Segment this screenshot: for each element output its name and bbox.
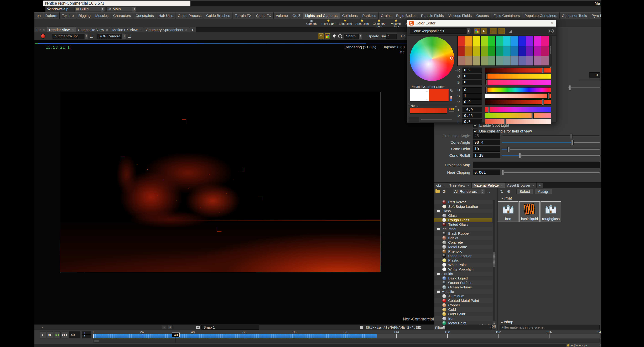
slider-value-field[interactable]: -0.9 xyxy=(462,107,482,112)
tree-item-aluminum[interactable]: Aluminum xyxy=(434,294,492,298)
parameter-slider-fragment[interactable] xyxy=(568,87,600,88)
copy-parameters-icon[interactable]: ❏ xyxy=(128,34,132,39)
frame-bar[interactable] xyxy=(93,333,600,338)
rgb-sliders-button[interactable] xyxy=(490,28,497,34)
tree-item-white-paint[interactable]: White Paint xyxy=(434,263,492,267)
shelf-tab-cloud-fx[interactable]: Cloud FX xyxy=(254,13,274,19)
none-color-bar[interactable] xyxy=(410,108,447,114)
mini-palette-icon[interactable] xyxy=(449,108,454,110)
slider-gradient[interactable] xyxy=(485,107,551,112)
shelf-tab-texture[interactable]: Texture xyxy=(60,13,76,19)
timeline-scrollbar[interactable]: ⋯ xyxy=(93,339,600,342)
slider-handle[interactable] xyxy=(548,93,550,99)
shelf-tab-fluid-containers[interactable]: Fluid Containers xyxy=(491,13,522,19)
color-swatch[interactable] xyxy=(541,46,549,56)
assign-button[interactable]: Assign xyxy=(535,189,552,194)
shelf-tab-hair-utils[interactable]: Hair Utils xyxy=(156,13,176,19)
material-tile-iron[interactable]: iron xyxy=(498,201,518,222)
slider-gradient[interactable] xyxy=(485,74,551,79)
param-value-field[interactable]: 98.4 xyxy=(473,140,500,145)
color-swatch[interactable] xyxy=(526,36,534,46)
shelf-tab-guide-brushes[interactable]: Guide Brushes xyxy=(204,13,232,19)
tree-item-iron[interactable]: Iron xyxy=(434,316,492,321)
scrollbar-grip[interactable]: ⋯ xyxy=(94,340,99,342)
tree-group-glass[interactable]: −Glass xyxy=(434,209,492,213)
color-swatch[interactable] xyxy=(465,56,473,66)
spinner-icon[interactable]: ▲▼ xyxy=(100,7,104,12)
close-icon[interactable]: × xyxy=(72,28,74,32)
color-swatch[interactable] xyxy=(480,36,488,46)
color-swatch[interactable] xyxy=(473,46,480,56)
snapshot-lock-icon[interactable] xyxy=(418,326,421,329)
tree-item-soft-beige-leather[interactable]: Soft Beige Leather xyxy=(434,204,492,209)
shelf-tab-particles[interactable]: Particles xyxy=(360,13,379,19)
slider-handle[interactable] xyxy=(569,85,571,91)
swatch-scrollbar[interactable] xyxy=(549,36,552,66)
material-tile-roughglass[interactable]: roughglass xyxy=(540,201,561,222)
pane-tab-add[interactable]: + xyxy=(190,27,196,32)
close-icon[interactable]: × xyxy=(106,28,108,32)
tree-group-industrial[interactable]: −Industrial xyxy=(434,227,492,231)
color-target-field[interactable]: Color: /obj/spotlight1 xyxy=(410,28,466,34)
slider-gradient[interactable] xyxy=(485,87,551,93)
pane-tab-add[interactable]: + xyxy=(536,183,543,188)
slider-handle[interactable] xyxy=(486,87,488,93)
pane-tab-motion-fx-view[interactable]: Motion FX View× xyxy=(110,27,144,32)
color-swatch[interactable] xyxy=(488,46,496,56)
spinner-icon[interactable]: ▲▼ xyxy=(122,34,126,39)
color-swatch[interactable] xyxy=(518,46,526,56)
shelf-tab-oceans[interactable]: Oceans xyxy=(474,13,491,19)
slider-handle[interactable] xyxy=(532,113,534,119)
slider-value-field[interactable]: 0.45 xyxy=(462,113,482,118)
rendered-image[interactable] xyxy=(60,92,380,272)
filter-mode-dropdown[interactable]: Sharp xyxy=(344,34,358,39)
tree-item-black-rubber[interactable]: Black Rubber xyxy=(434,231,492,236)
tree-item-phenolic[interactable]: Phenolic xyxy=(434,249,492,254)
menu-help[interactable]: Help xyxy=(60,7,68,11)
color-temperature-icon[interactable] xyxy=(450,96,452,100)
shelf-tool-area-light[interactable]: ✹Area Light xyxy=(354,19,370,27)
play-button[interactable]: ▶▮ xyxy=(54,331,60,338)
color-swatch[interactable] xyxy=(503,46,511,56)
color-swatch[interactable] xyxy=(496,46,503,56)
slider-handle[interactable] xyxy=(519,153,522,158)
color-swatch[interactable] xyxy=(458,36,465,46)
lightbulb-icon[interactable] xyxy=(333,35,336,37)
close-icon[interactable]: × xyxy=(140,28,142,32)
rop-path-field[interactable]: /out/mantra_ipr xyxy=(52,34,84,39)
tree-item-basic-liquid[interactable]: Basic Liquid xyxy=(434,276,492,280)
save-disk-icon[interactable] xyxy=(360,326,363,329)
shelf-tab-rigging[interactable]: Rigging xyxy=(76,13,93,19)
chevron-down-icon[interactable]: ▾ xyxy=(490,326,491,328)
tree-item-tinted-glass[interactable]: Tinted Glass xyxy=(434,222,492,227)
zoom-in-button[interactable]: + xyxy=(168,325,172,329)
color-swatch[interactable] xyxy=(541,36,549,46)
color-swatch[interactable] xyxy=(526,46,534,56)
color-swatch[interactable] xyxy=(503,56,511,66)
color-swatch[interactable] xyxy=(458,46,465,56)
slider-value-field[interactable]: 0.9 xyxy=(462,99,482,105)
eyedropper-icon[interactable]: ✎ xyxy=(450,88,454,94)
param-slider[interactable] xyxy=(502,172,600,173)
slider-gradient[interactable] xyxy=(485,80,551,85)
shelf-tab-pyro-fx[interactable]: Pyro FX xyxy=(589,13,601,19)
color-swatch[interactable] xyxy=(503,36,511,46)
shelf-tab-collisions[interactable]: Collisions xyxy=(340,13,360,19)
tree-item-gold-paint[interactable]: Gold Paint xyxy=(434,312,492,316)
current-frame-field[interactable]: 40 xyxy=(69,331,80,338)
new-gallery-icon[interactable] xyxy=(436,190,440,193)
shelf-tab-rigid-bodies[interactable]: Rigid Bodies xyxy=(394,13,419,19)
slider-handle[interactable] xyxy=(571,140,574,145)
color-picker-button[interactable]: ➤ xyxy=(481,28,487,34)
tree-item-plastic[interactable]: Plastic xyxy=(434,258,492,263)
shelf-tab-on[interactable]: on xyxy=(34,13,43,19)
color-swatch[interactable] xyxy=(511,36,518,46)
shelf-tab-grains[interactable]: Grains xyxy=(379,13,394,19)
slider-handle[interactable] xyxy=(542,67,544,73)
mat-network-header[interactable]: ▼ /mat xyxy=(501,196,512,201)
shelf-tool-camera[interactable]: ◉Camera xyxy=(303,19,320,27)
tree-item-piano-lacquer[interactable]: Piano Lacquer xyxy=(434,254,492,258)
parameter-value-field[interactable]: 0 xyxy=(589,72,600,78)
color-swatch[interactable] xyxy=(534,36,541,46)
material-tile-basicliquid[interactable]: basicliquid xyxy=(519,201,540,222)
